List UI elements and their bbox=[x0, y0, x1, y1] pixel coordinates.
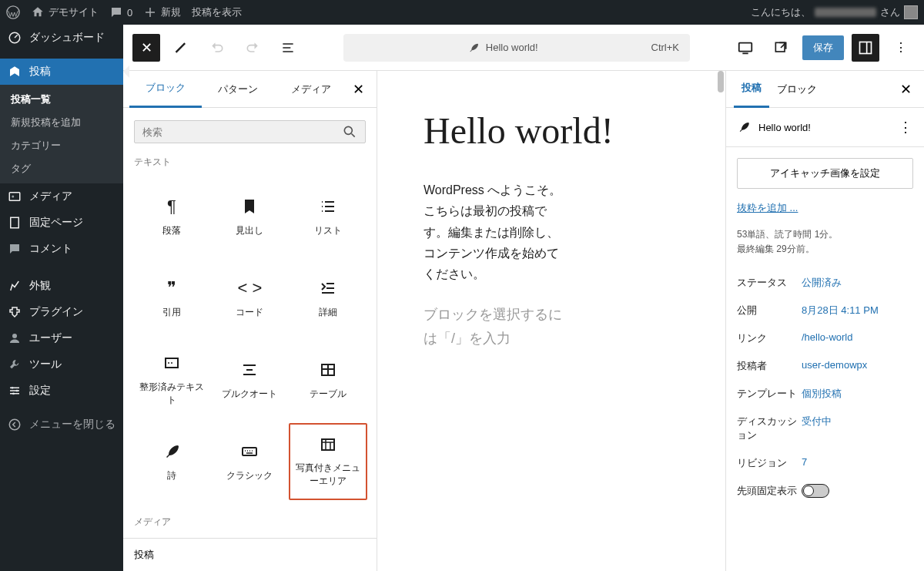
set-featured-image-button[interactable]: アイキャッチ画像を設定 bbox=[737, 158, 913, 189]
menu-dashboard[interactable]: ダッシュボード bbox=[0, 25, 123, 51]
block-classic[interactable]: クラシック bbox=[211, 423, 290, 500]
feather-icon bbox=[737, 120, 751, 134]
sticky-toggle[interactable] bbox=[802, 484, 829, 498]
add-excerpt-link[interactable]: 抜粋を追加 ... bbox=[737, 201, 798, 215]
settings-doc-title: Hello world! bbox=[758, 122, 811, 133]
block-search-input[interactable] bbox=[142, 126, 342, 138]
editor-canvas[interactable]: Hello world! WordPress へようこそ。こちらは最初の投稿です… bbox=[377, 71, 725, 571]
menu-settings[interactable]: 設定 bbox=[0, 378, 123, 404]
feather-icon bbox=[162, 442, 181, 462]
table-icon bbox=[319, 360, 337, 380]
wp-adminbar: デモサイト 0 新規 投稿を表示 こんにちは、 さん bbox=[0, 0, 924, 25]
post-actions-button[interactable]: ⋮ bbox=[899, 119, 913, 136]
menu-users[interactable]: ユーザー bbox=[0, 325, 123, 351]
block-pullquote[interactable]: プルクオート bbox=[211, 341, 290, 418]
tab-patterns[interactable]: パターン bbox=[202, 72, 274, 107]
svg-point-9 bbox=[9, 419, 20, 430]
svg-rect-12 bbox=[860, 42, 872, 53]
post-paragraph[interactable]: WordPress へようこそ。こちらは最初の投稿です。編集または削除し、コンテ… bbox=[424, 180, 570, 284]
redo-button[interactable] bbox=[239, 34, 266, 62]
svg-point-3 bbox=[12, 196, 14, 198]
code-icon: < > bbox=[238, 278, 263, 298]
tab-block[interactable]: ブロック bbox=[769, 72, 825, 107]
settings-close-button[interactable]: ✕ bbox=[896, 81, 916, 98]
save-button[interactable]: 保存 bbox=[802, 35, 844, 60]
block-heading[interactable]: 見出し bbox=[211, 178, 290, 255]
toggle-inserter-button[interactable]: ✕ bbox=[132, 34, 160, 62]
preview-button[interactable] bbox=[767, 34, 795, 62]
submenu-categories[interactable]: カテゴリー bbox=[0, 134, 123, 157]
menu-appearance[interactable]: 外観 bbox=[0, 273, 123, 299]
block-search[interactable] bbox=[134, 120, 366, 143]
wp-logo[interactable] bbox=[6, 5, 20, 19]
block-inserter: ブロック パターン メディア ✕ テキスト ¶段落 見出し リスト ❞引用 < … bbox=[123, 71, 377, 571]
menu-pages[interactable]: 固定ページ bbox=[0, 210, 123, 236]
view-post-link[interactable]: 投稿を表示 bbox=[192, 5, 242, 19]
bookmark-icon bbox=[240, 196, 259, 217]
block-quote[interactable]: ❞引用 bbox=[132, 260, 211, 337]
block-verse[interactable]: 詩 bbox=[132, 423, 211, 500]
greeting[interactable]: こんにちは、 さん bbox=[751, 5, 918, 19]
tab-media[interactable]: メディア bbox=[275, 72, 347, 107]
svg-rect-10 bbox=[739, 42, 752, 51]
menu-comments[interactable]: コメント bbox=[0, 236, 123, 262]
block-paragraph[interactable]: ¶段落 bbox=[132, 178, 211, 255]
post-title[interactable]: Hello world! bbox=[424, 109, 679, 152]
menu-tools[interactable]: ツール bbox=[0, 351, 123, 378]
view-button[interactable] bbox=[732, 34, 759, 62]
canvas-scrollbar[interactable] bbox=[718, 71, 724, 92]
section-media-label: メディア bbox=[123, 516, 377, 529]
shortcut-hint: Ctrl+K bbox=[651, 42, 679, 53]
svg-point-16 bbox=[171, 362, 172, 364]
menu-collapse[interactable]: メニューを閉じる bbox=[0, 411, 123, 438]
svg-point-7 bbox=[16, 390, 18, 392]
svg-point-5 bbox=[12, 334, 17, 338]
row-author[interactable]: 投稿者user-demowpx bbox=[737, 352, 913, 380]
undo-button[interactable] bbox=[203, 34, 231, 62]
menu-media[interactable]: メディア bbox=[0, 183, 123, 210]
tab-post[interactable]: 投稿 bbox=[734, 71, 769, 108]
row-template[interactable]: テンプレート個別投稿 bbox=[737, 380, 913, 408]
username-redacted bbox=[815, 8, 876, 17]
document-overview-button[interactable] bbox=[274, 34, 302, 62]
submenu-all-posts[interactable]: 投稿一覧 bbox=[0, 88, 123, 111]
tools-button[interactable] bbox=[168, 34, 196, 62]
pullquote-icon bbox=[240, 360, 259, 380]
block-code[interactable]: < >コード bbox=[211, 260, 290, 337]
svg-rect-4 bbox=[11, 217, 19, 228]
new-link[interactable]: 新規 bbox=[143, 5, 181, 19]
row-status[interactable]: ステータス公開済み bbox=[737, 269, 913, 297]
submenu-posts: 投稿一覧 新規投稿を追加 カテゴリー タグ bbox=[0, 85, 123, 183]
comments-link[interactable]: 0 bbox=[109, 5, 132, 19]
submenu-new-post[interactable]: 新規投稿を追加 bbox=[0, 111, 123, 134]
block-preformatted[interactable]: 整形済みテキスト bbox=[132, 341, 211, 418]
options-button[interactable]: ⋮ bbox=[887, 34, 915, 62]
inserter-close-button[interactable]: ✕ bbox=[347, 81, 370, 98]
search-icon bbox=[342, 124, 357, 139]
row-discussion[interactable]: ディスカッション受付中 bbox=[737, 408, 913, 449]
block-photo-menu-area[interactable]: 写真付きメニューエリア bbox=[289, 423, 367, 500]
settings-toggle-button[interactable] bbox=[852, 34, 879, 62]
row-revisions[interactable]: リビジョン7 bbox=[737, 449, 913, 477]
block-table[interactable]: テーブル bbox=[289, 341, 367, 418]
new-label: 新規 bbox=[161, 5, 181, 19]
site-link[interactable]: デモサイト bbox=[31, 5, 99, 19]
menu-plugins[interactable]: プラグイン bbox=[0, 299, 123, 325]
tab-blocks[interactable]: ブロック bbox=[129, 71, 202, 108]
grid-icon bbox=[319, 435, 337, 454]
section-text-label: テキスト bbox=[123, 156, 377, 169]
block-details[interactable]: 詳細 bbox=[289, 260, 367, 337]
row-publish[interactable]: 公開8月28日 4:11 PM bbox=[737, 297, 913, 324]
document-title-bar[interactable]: Hello world! Ctrl+K bbox=[343, 34, 690, 62]
block-appender-placeholder[interactable]: ブロックを選択するには「/」を入力 bbox=[424, 303, 570, 350]
preformatted-icon bbox=[162, 353, 181, 373]
menu-posts[interactable]: 投稿 bbox=[0, 59, 123, 85]
avatar bbox=[904, 5, 918, 19]
row-link[interactable]: リンク/hello-world bbox=[737, 324, 913, 352]
inserter-footer: 投稿 bbox=[123, 538, 377, 571]
svg-rect-19 bbox=[322, 439, 334, 450]
block-list[interactable]: リスト bbox=[289, 178, 367, 255]
svg-point-13 bbox=[344, 126, 352, 134]
submenu-tags[interactable]: タグ bbox=[0, 157, 123, 180]
svg-point-6 bbox=[12, 387, 14, 389]
